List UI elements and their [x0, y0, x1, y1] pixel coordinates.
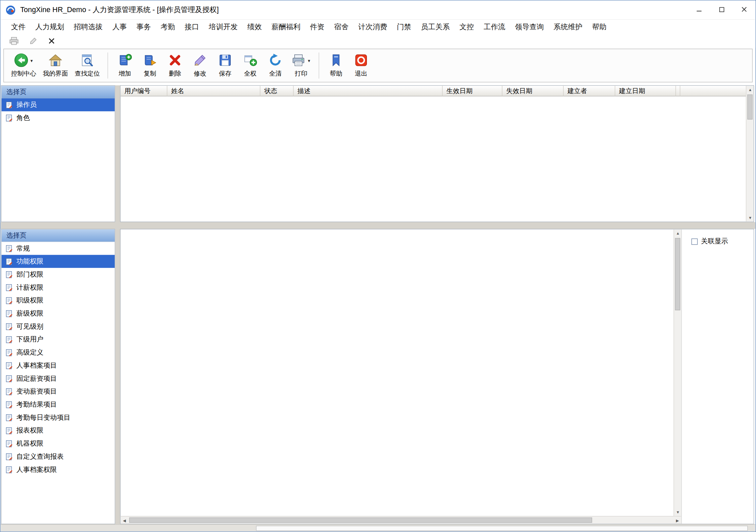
maximize-button[interactable] [710, 0, 733, 19]
toolbar-separator [108, 52, 108, 78]
sidebar-item-roles[interactable]: 角色 [1, 111, 115, 124]
toolbar-print-button[interactable]: ▼打印 [288, 52, 314, 79]
print-preview-button[interactable] [9, 37, 19, 45]
toolbar-copy-button[interactable]: 复制 [138, 52, 163, 79]
page-icon [5, 284, 13, 291]
toolbar-button-label: 复制 [144, 69, 156, 78]
app-window: TongXine HR_Demo - 人力资源管理系统 - [操作员管理及授权]… [0, 0, 756, 532]
toolbar-clear-all-button[interactable]: 全清 [263, 52, 288, 79]
minimize-button[interactable] [687, 0, 710, 19]
scrollbar-thumb[interactable] [256, 526, 748, 531]
sidebar-item-rank-perms[interactable]: 职级权限 [1, 294, 115, 307]
menu-item-6[interactable]: 接口 [180, 20, 204, 34]
menu-item-8[interactable]: 绩效 [242, 20, 267, 34]
sidebar-item-operators[interactable]: 操作员 [1, 98, 115, 111]
scroll-right-icon[interactable]: ▶ [674, 517, 681, 524]
column-header-3[interactable]: 描述 [294, 86, 443, 96]
my-interface-icon [48, 53, 63, 69]
close-view-button[interactable] [48, 37, 55, 45]
sidebar-item-attendance-daily-items[interactable]: 考勤每日变动项目 [1, 411, 115, 424]
link-display-toggle[interactable]: 关联显示 [691, 237, 754, 246]
toolbar-control-center-button[interactable]: ▼控制中心 [8, 52, 40, 79]
sidebar-item-salary-grade-perms[interactable]: 薪级权限 [1, 307, 115, 320]
sidebar-item-fixed-salary-items[interactable]: 固定薪资项目 [1, 372, 115, 385]
menu-item-18[interactable]: 系统维护 [549, 20, 588, 34]
menu-item-2[interactable]: 招聘选拔 [69, 20, 108, 34]
menu-item-15[interactable]: 文控 [455, 20, 479, 34]
sidebar-item-general[interactable]: 常规 [1, 242, 115, 255]
scrollbar-thumb[interactable] [675, 238, 680, 310]
tree-horizontal-scrollbar[interactable]: ◀ ▶ [120, 516, 681, 524]
menu-item-4[interactable]: 事务 [131, 20, 156, 34]
column-header-1[interactable]: 姓名 [167, 86, 260, 96]
scrollbar-thumb[interactable] [747, 94, 753, 120]
vertical-splitter[interactable] [115, 85, 120, 524]
sidebar-item-subordinate-users[interactable]: 下级用户 [1, 333, 115, 346]
menu-item-19[interactable]: 帮助 [587, 20, 611, 34]
page-icon [5, 414, 13, 421]
print-icon [291, 53, 306, 69]
menu-item-7[interactable]: 培训开发 [204, 20, 242, 34]
horizontal-splitter[interactable] [0, 222, 755, 229]
column-header-0[interactable]: 用户编号 [120, 86, 167, 96]
tree-vertical-scrollbar[interactable]: ▲ ▼ [674, 229, 681, 516]
scroll-up-icon[interactable]: ▲ [674, 229, 681, 237]
edit-layout-button[interactable] [29, 37, 37, 45]
sidebar-item-variable-salary-items[interactable]: 变动薪资项目 [1, 385, 115, 398]
sidebar-item-report-perms[interactable]: 报表权限 [1, 424, 115, 437]
toolbar-find-locate-button[interactable]: 查找定位 [71, 52, 103, 79]
toolbar-exit-button[interactable]: 退出 [348, 52, 374, 79]
menu-item-1[interactable]: 人力规划 [30, 20, 69, 34]
menu-item-3[interactable]: 人事 [108, 20, 132, 34]
column-header-7[interactable]: 建立日期 [615, 86, 676, 96]
menu-item-17[interactable]: 领导查询 [510, 20, 549, 34]
column-header-2[interactable]: 状态 [260, 86, 294, 96]
menu-item-9[interactable]: 薪酬福利 [267, 20, 305, 34]
sidebar-item-attendance-result-items[interactable]: 考勤结果项目 [1, 398, 115, 411]
dropdown-arrow-icon[interactable]: ▼ [307, 59, 311, 63]
menu-item-10[interactable]: 件资 [305, 20, 330, 34]
close-button[interactable] [733, 0, 755, 19]
sidebar-item-dept-perms[interactable]: 部门权限 [1, 268, 115, 281]
sidebar-item-machine-perms[interactable]: 机器权限 [1, 437, 115, 450]
menu-item-16[interactable]: 工作流 [479, 20, 510, 34]
sidebar-item-visible-level[interactable]: 可见级别 [1, 320, 115, 333]
sidebar-item-function-perms[interactable]: 功能权限 [1, 255, 115, 268]
scrollbar-thumb[interactable] [129, 518, 592, 523]
sidebar-item-advanced-define[interactable]: 高级定义 [1, 346, 115, 359]
menu-item-13[interactable]: 门禁 [392, 20, 416, 34]
toolbar-button-label: 保存 [219, 69, 231, 78]
window-horizontal-scrollbar[interactable] [0, 524, 755, 532]
page-icon [5, 101, 13, 109]
column-header-4[interactable]: 生效日期 [443, 86, 502, 96]
toolbar-add-button[interactable]: 增加 [112, 52, 138, 79]
toolbar-help-button[interactable]: 帮助 [324, 52, 349, 79]
sidebar-item-pay-calc-perms[interactable]: 计薪权限 [1, 281, 115, 294]
checkbox-checked-icon[interactable] [691, 238, 698, 245]
dropdown-arrow-icon[interactable]: ▼ [30, 59, 33, 63]
toolbar-button-label: 修改 [194, 69, 206, 78]
table-vertical-scrollbar[interactable]: ▲ ▼ [746, 86, 754, 221]
menu-item-5[interactable]: 考勤 [156, 20, 180, 34]
toolbar-button-label: 查找定位 [75, 69, 100, 78]
menu-item-12[interactable]: 计次消费 [353, 20, 392, 34]
scroll-up-icon[interactable]: ▲ [746, 86, 754, 93]
menu-item-14[interactable]: 员工关系 [416, 20, 455, 34]
scroll-down-icon[interactable]: ▼ [674, 508, 681, 516]
sidebar-item-custom-query-reports[interactable]: 自定义查询报表 [1, 450, 115, 463]
menu-item-11[interactable]: 宿舍 [329, 20, 353, 34]
page-icon [5, 440, 13, 447]
scroll-left-icon[interactable]: ◀ [120, 517, 128, 524]
toolbar-edit-button[interactable]: 修改 [188, 52, 213, 79]
column-header-6[interactable]: 建立者 [564, 86, 615, 96]
sidebar-item-hr-file-perms[interactable]: 人事档案权限 [1, 463, 115, 476]
toolbar-delete-button[interactable]: 删除 [162, 52, 188, 79]
column-header-5[interactable]: 失效日期 [502, 86, 564, 96]
close-icon [741, 5, 748, 14]
scroll-down-icon[interactable]: ▼ [746, 214, 754, 222]
toolbar-save-button[interactable]: 保存 [213, 52, 238, 79]
toolbar-my-interface-button[interactable]: 我的界面 [40, 52, 72, 79]
menu-item-0[interactable]: 文件 [6, 20, 31, 34]
toolbar-grant-all-button[interactable]: 全权 [238, 52, 263, 79]
sidebar-item-hr-file-items[interactable]: 人事档案项目 [1, 359, 115, 372]
